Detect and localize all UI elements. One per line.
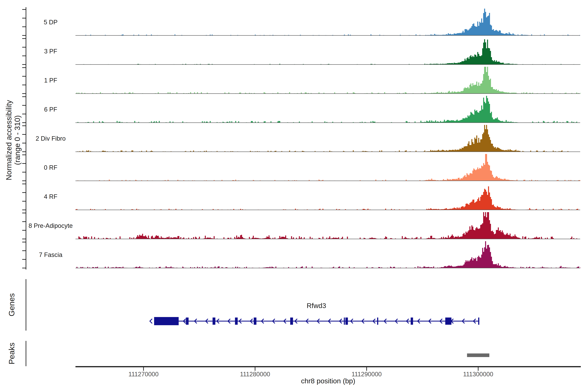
gene-exon: [410, 318, 413, 325]
coverage-plot-figure: 5 DP3 PF1 PF6 PF2 Div Fibro0 RF4 RF8 Pre…: [0, 0, 588, 392]
x-axis-tick-label: 111280000: [240, 371, 270, 378]
track-row-0: 5 DP: [44, 9, 581, 36]
track-label: 7 Fascia: [39, 251, 62, 258]
track-row-4: 2 Div Fibro: [36, 125, 581, 152]
gene-model: [150, 317, 480, 325]
peak-interval: [467, 354, 489, 357]
peaks-row: [467, 354, 489, 357]
track-signal: [76, 125, 581, 152]
track-row-1: 3 PF: [44, 39, 581, 64]
gene-exon: [346, 318, 348, 325]
gene-exon: [154, 317, 179, 325]
gene-exon: [478, 318, 480, 325]
track-label: 5 DP: [44, 19, 58, 26]
y-axis-label-line2: (range 0 - 310): [13, 115, 22, 165]
track-signal: [76, 241, 581, 268]
track-label: 6 PF: [44, 106, 57, 113]
track-label: 4 RF: [44, 193, 57, 200]
x-axis-tick-label: 111290000: [352, 371, 382, 378]
gene-exon: [212, 318, 215, 325]
gene-exon: [290, 318, 293, 325]
track-signal: [76, 186, 581, 210]
track-label: 1 PF: [44, 77, 57, 84]
x-axis-tick-label: 111270000: [128, 371, 158, 378]
gene-exon: [186, 318, 188, 325]
gene-name-label: Rfwd3: [306, 302, 326, 310]
peaks-section-label: Peaks: [7, 342, 16, 364]
track-signal: [76, 212, 581, 239]
gene-Rfwd3: [150, 317, 480, 325]
gene-exon: [445, 318, 452, 325]
track-row-5: 0 RF: [44, 154, 581, 181]
x-axis-title: chr8 position (bp): [301, 377, 355, 385]
y-axis-label-line1: Normalized accessibility: [4, 100, 13, 180]
track-label: 0 RF: [44, 164, 57, 171]
track-signal: [76, 67, 581, 94]
track-row-7: 8 Pre-Adipocyte: [28, 212, 581, 239]
track-label: 3 PF: [44, 48, 57, 55]
x-axis-ticks: 111270000111280000111290000111300000: [128, 367, 493, 378]
track-signal: [76, 96, 581, 123]
track-row-8: 7 Fascia: [39, 241, 581, 268]
coverage-plot-svg: 5 DP3 PF1 PF6 PF2 Div Fibro0 RF4 RF8 Pre…: [0, 0, 588, 392]
tracks-area: 5 DP3 PF1 PF6 PF2 Div Fibro0 RF4 RF8 Pre…: [28, 9, 581, 268]
track-signal: [76, 154, 581, 181]
track-row-6: 4 RF: [44, 186, 581, 210]
track-label: 8 Pre-Adipocyte: [28, 222, 73, 229]
track-signal: [76, 9, 581, 36]
x-axis-tick-label: 111300000: [463, 371, 493, 378]
y-axis-ticks: [22, 10, 26, 268]
gene-exon: [377, 318, 378, 325]
track-row-2: 1 PF: [44, 67, 581, 94]
genes-section-label: Genes: [7, 293, 16, 316]
track-label: 2 Div Fibro: [36, 135, 66, 142]
gene-exon: [254, 318, 256, 325]
gene-exon: [344, 318, 345, 325]
track-signal: [76, 39, 581, 64]
strand-arrow: [150, 319, 152, 324]
track-row-3: 6 PF: [44, 96, 581, 123]
gene-exon: [235, 318, 238, 325]
